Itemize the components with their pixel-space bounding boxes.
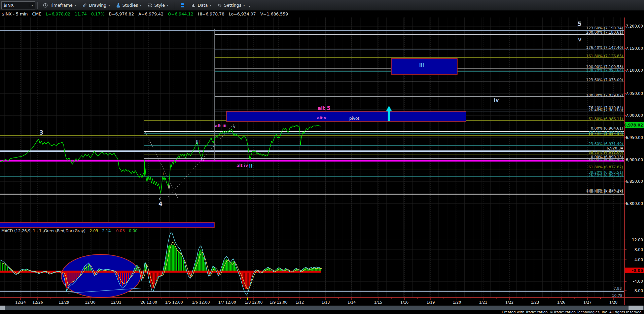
- macd-value-badge: -0.05: [625, 268, 644, 273]
- svg-text:7,050.00: 7,050.00: [626, 91, 643, 96]
- tradestation-window: $INX ▾ Timeframe▾Drawing▾Studies▾Style▾D…: [0, 0, 644, 314]
- menu-label: Data: [198, 3, 208, 8]
- menu-label: Studies: [122, 3, 138, 8]
- pencil-icon: [82, 3, 87, 8]
- symbol-label: $INX: [3, 3, 14, 8]
- svg-text:4.00: 4.00: [634, 257, 643, 262]
- wave-label[interactable]: 3: [39, 129, 43, 136]
- macd-top-bar[interactable]: [0, 222, 214, 228]
- svg-text:1/27: 1/27: [583, 300, 592, 305]
- wave-label[interactable]: alt iv: [237, 163, 248, 168]
- last-price-badge: 6,978.02: [624, 122, 644, 128]
- wave-label[interactable]: ii: [168, 185, 170, 189]
- toolbar-overflow-chevron-icon[interactable]: ▾: [248, 3, 252, 8]
- svg-text:1/23: 1/23: [531, 300, 539, 305]
- menu-data[interactable]: Data▾: [188, 0, 214, 10]
- svg-text:1/19: 1/19: [427, 300, 435, 305]
- wave-label[interactable]: iv: [201, 156, 205, 162]
- chevron-down-icon: ▾: [108, 4, 110, 7]
- quote-segment: A=6,979.42: [138, 11, 164, 16]
- svg-text:1/14: 1/14: [348, 300, 356, 305]
- scrollbar-thumb[interactable]: [629, 306, 643, 310]
- macd-info-row: MACD (12,26,9, 1 , 1 ,Green,Red,DarkGray…: [1, 229, 138, 233]
- menu-label: Drawing: [89, 3, 106, 8]
- chart-canvas[interactable]: 34ciiiiiiivvalt iiialt iviialt 5alt vpiv…: [0, 0, 644, 314]
- wave-label[interactable]: 4: [158, 201, 163, 207]
- quote-segment: L=6,978.02: [46, 11, 70, 16]
- svg-text:6,978.02: 6,978.02: [624, 123, 643, 128]
- menu-label: Timeframe: [50, 3, 73, 8]
- wave-label[interactable]: iv: [494, 97, 499, 103]
- fib-label: 50.00% (6,897.44): [588, 158, 623, 162]
- toolbar: $INX ▾ Timeframe▾Drawing▾Studies▾Style▾D…: [0, 0, 644, 11]
- quote-segment: V=1,686,559: [260, 11, 288, 16]
- time-axis[interactable]: 12/2412/2612/2912/3012/31'26 12:001/5 12…: [15, 298, 617, 305]
- fib-label: 123.60% (7,190.34): [586, 26, 623, 30]
- wave-label[interactable]: ii: [249, 164, 252, 169]
- wave-label[interactable]: i: [163, 172, 164, 176]
- toolbar-divider: [174, 2, 174, 9]
- fib-label: 76.40% (6,857.38): [588, 173, 623, 178]
- fib-label: 176.40% (7,147.40): [586, 45, 623, 50]
- menu-settings[interactable]: Settings▾: [214, 0, 248, 10]
- svg-text:12/31: 12/31: [111, 300, 121, 305]
- layers-button[interactable]: [177, 0, 188, 10]
- wave-label[interactable]: c: [159, 196, 162, 201]
- svg-text:1/8 12:00: 1/8 12:00: [245, 300, 263, 305]
- wave-label[interactable]: v: [233, 124, 235, 129]
- svg-text:1/13: 1/13: [322, 300, 330, 305]
- svg-text:-8.00: -8.00: [633, 288, 643, 293]
- fib-label: 138.20% (7,093.64): [586, 68, 623, 73]
- chevron-down-icon[interactable]: ▾: [29, 4, 33, 7]
- menu-timeframe[interactable]: Timeframe▾: [40, 0, 79, 10]
- fib-label: 76.40% (7,008.68): [588, 108, 623, 112]
- chevron-down-icon: ▾: [140, 4, 142, 7]
- fib-label: 6,920.34: [607, 146, 623, 150]
- svg-text:7,200.00: 7,200.00: [626, 24, 643, 29]
- wave-label[interactable]: pivot: [349, 116, 359, 121]
- svg-text:1/9 12:00: 1/9 12:00: [270, 300, 288, 305]
- wave-iii-target-box[interactable]: [391, 59, 457, 74]
- svg-text:-0.05: -0.05: [632, 268, 643, 273]
- fib-label: 100.00% (6,822.43): [586, 190, 623, 194]
- svg-text:12/26: 12/26: [32, 300, 43, 305]
- pivot-zone-box[interactable]: [226, 111, 466, 121]
- scrollbar-left-cap[interactable]: [0, 306, 5, 310]
- wave-label[interactable]: alt 5: [318, 105, 330, 111]
- menu-style[interactable]: Style▾: [145, 0, 172, 10]
- fib-label: 0.00% (6,964.61): [591, 126, 623, 131]
- fib-label: 161.80% (7,126.85): [586, 54, 623, 58]
- svg-text:1/6 12:00: 1/6 12:00: [192, 300, 210, 305]
- quote-segment: B=6,976.82: [109, 11, 134, 16]
- symbol-selector[interactable]: $INX ▾: [1, 1, 35, 9]
- flask-icon: [116, 3, 120, 8]
- wave-label[interactable]: iii: [196, 140, 200, 145]
- svg-text:6,850.00: 6,850.00: [626, 179, 643, 184]
- status-bar: Created with TradeStation. ©TradeStation…: [0, 310, 644, 314]
- wave-label[interactable]: alt iii: [215, 124, 226, 128]
- svg-text:1/7 12:00: 1/7 12:00: [218, 300, 236, 305]
- chevron-down-icon: ▾: [167, 4, 169, 7]
- wave-label[interactable]: iii: [419, 63, 424, 68]
- chevron-down-icon: ▾: [210, 4, 211, 7]
- quote-segment: $INX - 5 min: [2, 11, 28, 16]
- wave-label[interactable]: 5: [577, 20, 582, 27]
- fib-label: 38.20% (6,952.89): [588, 133, 623, 137]
- macd-level-label: -7.83: [612, 286, 622, 291]
- wave-label[interactable]: v: [578, 37, 581, 43]
- horizontal-scrollbar[interactable]: [0, 306, 644, 310]
- wave-label[interactable]: alt v: [317, 116, 326, 120]
- svg-text:1/20: 1/20: [453, 300, 461, 305]
- fib-label: 61.80% (6,877.87): [588, 165, 623, 169]
- menu-studies[interactable]: Studies▾: [113, 0, 145, 10]
- svg-text:1/21: 1/21: [479, 300, 488, 305]
- status-text: Created with TradeStation. ©TradeStation…: [502, 310, 643, 314]
- menu-drawing[interactable]: Drawing▾: [79, 0, 113, 10]
- svg-text:6,950.00: 6,950.00: [626, 135, 643, 140]
- svg-text:6,800.00: 6,800.00: [626, 201, 643, 206]
- svg-text:7,100.00: 7,100.00: [626, 68, 643, 73]
- quote-segment: 0.17%: [91, 11, 105, 16]
- svg-text:1/12: 1/12: [296, 300, 304, 305]
- quote-segment: Lo=6,934.07: [229, 11, 256, 16]
- svg-text:7,000.00: 7,000.00: [626, 113, 643, 118]
